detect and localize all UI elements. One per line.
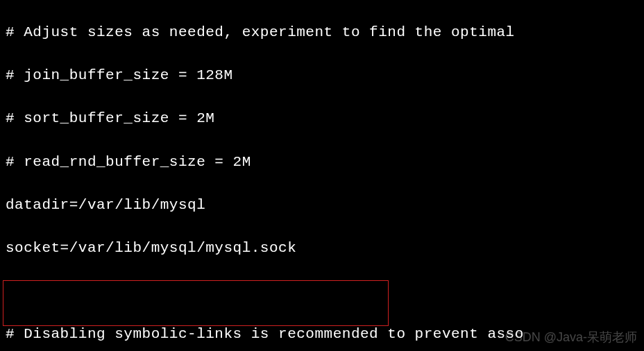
config-line: datadir=/var/lib/mysql xyxy=(6,194,638,216)
config-line: # Adjust sizes as needed, experiment to … xyxy=(6,22,638,43)
watermark-text: CSDN @Java-呆萌老师 xyxy=(505,328,637,347)
terminal-content[interactable]: # Adjust sizes as needed, experiment to … xyxy=(6,0,638,351)
config-line: # join_buffer_size = 128M xyxy=(6,65,638,86)
empty-line xyxy=(6,280,638,302)
config-line: # sort_buffer_size = 2M xyxy=(6,108,638,129)
config-line: socket=/var/lib/mysql/mysql.sock xyxy=(6,237,638,259)
config-line: # read_rnd_buffer_size = 2M xyxy=(6,151,638,173)
